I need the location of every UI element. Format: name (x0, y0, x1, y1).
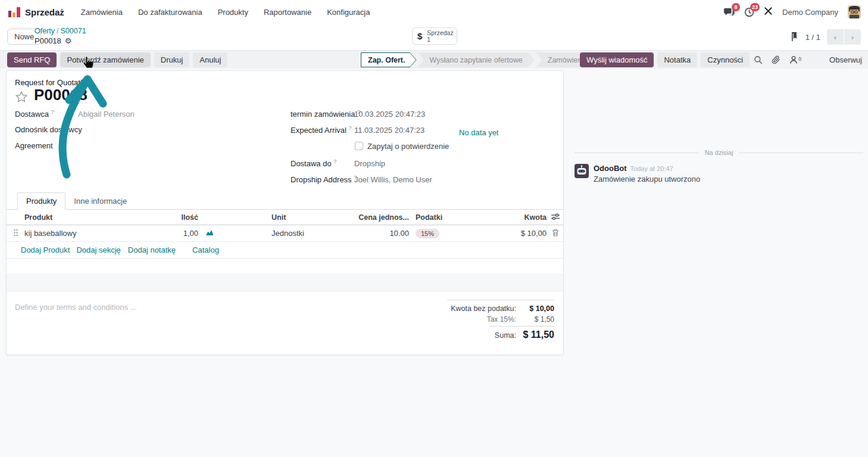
cell-amount: $ 10,00 (483, 229, 547, 238)
cancel-button[interactable]: Anuluj (193, 52, 227, 67)
order-deadline-label: termin zamówienia ? (291, 109, 360, 119)
col-taxes[interactable]: Podatki (416, 213, 483, 222)
pager: 1 / 1 ‹ › (791, 29, 861, 45)
company-name[interactable]: Demo Company (782, 8, 838, 17)
follow-button[interactable]: Obserwuj (829, 51, 862, 69)
dropship-address-label: Dropship Address ? (291, 175, 357, 184)
vendor-label: Dostawca ? (15, 109, 54, 119)
activities-clock-icon[interactable]: 23 (744, 7, 754, 17)
tax-badge[interactable]: 15% (416, 229, 439, 238)
tax-amount-label: Tax 15%: (487, 315, 516, 324)
service-tools-icon[interactable] (764, 7, 773, 17)
favorite-star-icon[interactable] (15, 91, 28, 105)
status-step-rfq[interactable]: Zap. Ofert. (361, 52, 417, 67)
notebook-tabs: Produkty Inne informacje (7, 192, 563, 210)
messages-icon[interactable]: 8 (724, 7, 735, 17)
tab-other-info[interactable]: Inne informacje (65, 193, 135, 209)
followers-icon[interactable]: 0 (789, 55, 801, 64)
control-panel: Nowe Oferty/S00071 P00018 ⚙ $ Sprzedaż 1… (0, 24, 868, 50)
message-author[interactable]: OdooBot (594, 164, 627, 173)
order-lines-header: Produkt Ilość Unit Cena jednos... Podatk… (7, 210, 563, 225)
status-step-rfq-sent[interactable]: Wysłano zapytanie ofertowe (418, 52, 535, 67)
tax-amount-value: $ 1,50 (516, 315, 554, 324)
cell-product[interactable]: kij baseballowy (24, 229, 143, 238)
activities-button[interactable]: Czynności (701, 52, 750, 67)
catalog-link[interactable]: Catalog (192, 245, 219, 254)
breadcrumb-current: P00018 (35, 36, 61, 45)
user-avatar[interactable] (848, 5, 861, 18)
menu-orders[interactable]: Zamówienia (81, 8, 123, 17)
log-note-button[interactable]: Notatka (657, 52, 697, 67)
vendor-value[interactable]: Abigail Peterson (78, 110, 135, 119)
pager-count: 1 / 1 (805, 33, 820, 42)
agreement-value[interactable] (84, 141, 203, 151)
expected-arrival-value[interactable]: 11.03.2025 20:47:23 (354, 126, 424, 135)
breadcrumb-sale-order-link[interactable]: S00071 (61, 27, 86, 35)
pager-previous-button[interactable]: ‹ (827, 29, 844, 45)
app-name[interactable]: Sprzedaż (25, 7, 64, 17)
print-button[interactable]: Drukuj (154, 52, 190, 67)
sales-stat-button[interactable]: $ Sprzedaż 1 (412, 27, 457, 45)
confirm-order-button[interactable]: Potwierdź zamówienie (60, 52, 150, 67)
col-unit-price[interactable]: Cena jednos... (340, 213, 409, 222)
messages-badge: 8 (732, 3, 740, 11)
ask-confirmation-label[interactable]: Zapytaj o potwierdzenie (367, 142, 449, 151)
ask-confirmation-checkbox[interactable] (355, 142, 363, 150)
send-message-button[interactable]: Wyślij wiadomość (580, 52, 654, 67)
odoo-app-logo-icon[interactable] (8, 7, 20, 17)
breadcrumb-quotations-link[interactable]: Oferty (35, 27, 55, 35)
systray: 8 23 Demo Company (724, 5, 861, 18)
send-rfq-button[interactable]: Send RFQ (7, 52, 57, 67)
col-amount[interactable]: Kwota (483, 213, 547, 222)
menu-products[interactable]: Produkty (218, 8, 248, 17)
date-divider: Na dzisiaj (574, 149, 863, 156)
activities-badge: 23 (750, 3, 760, 11)
form-sheet: Request for Quotation P00018 Dostawca ? … (6, 70, 564, 355)
cell-unit[interactable]: Jednostki (271, 229, 340, 238)
optional-columns-icon[interactable] (547, 213, 564, 222)
terms-placeholder[interactable]: Define your terms and conditions ... (15, 303, 137, 312)
order-deadline-value[interactable]: 10.03.2025 20:47:23 (354, 110, 425, 119)
add-product-link[interactable]: Dodaj Produkt (21, 245, 70, 254)
menu-configuration[interactable]: Konfiguracja (327, 8, 370, 17)
drag-handle-icon[interactable] (7, 229, 24, 238)
followers-count: 0 (798, 56, 801, 62)
vendor-reference-value[interactable] (84, 125, 203, 135)
search-icon[interactable] (754, 55, 763, 64)
cell-unit-price[interactable]: 10.00 (340, 229, 409, 238)
pager-next-button[interactable]: › (844, 29, 861, 45)
cell-quantity[interactable]: 1,00 (143, 229, 198, 238)
order-line-row[interactable]: kij baseballowy 1,00 Jednostki 10.00 15%… (7, 225, 563, 242)
totals-block: Kwota bez podatku: $ 10,00 Tax 15%: $ 1,… (447, 300, 554, 343)
col-product[interactable]: Produkt (24, 213, 143, 222)
record-actions: Send RFQ Potwierdź zamówienie Drukuj Anu… (7, 52, 227, 67)
chatter-tools: 0 (754, 51, 801, 69)
menu-reporting[interactable]: Raportowanie (264, 8, 311, 17)
col-quantity[interactable]: Ilość (143, 213, 198, 222)
help-marker: ? (333, 158, 336, 164)
odoobot-avatar[interactable] (574, 164, 589, 184)
forecast-chart-icon[interactable] (198, 229, 221, 238)
add-section-link[interactable]: Dodaj sekcję (76, 245, 120, 254)
add-note-link[interactable]: Dodaj notatkę (128, 245, 176, 254)
gear-icon[interactable]: ⚙ (65, 37, 72, 45)
message-body: Zamówienie zakupu utworzono (594, 175, 700, 184)
paperclip-icon[interactable] (772, 55, 780, 64)
message-timestamp: Today at 20:47 (630, 165, 673, 172)
delete-line-icon[interactable] (547, 229, 564, 238)
total-label: Suma: (495, 331, 516, 340)
stat-button-label: Sprzedaż (427, 30, 453, 36)
menu-to-invoice[interactable]: Do zafakturowania (138, 8, 202, 17)
total-value: $ 11,50 (516, 329, 554, 340)
help-marker: ? (349, 125, 352, 131)
bookmark-icon[interactable] (791, 32, 799, 43)
col-unit[interactable]: Unit (271, 213, 340, 222)
tab-products[interactable]: Produkty (17, 192, 65, 210)
no-data-yet-link[interactable]: No data yet (459, 128, 499, 137)
dropship-address-value[interactable]: Joel Willis, Demo User (354, 175, 432, 184)
stat-button-value: 1 (427, 36, 453, 43)
chatter-message: OdooBot Today at 20:47 Zamówienie zakupu… (574, 164, 863, 184)
document-number: P00018 (34, 86, 88, 104)
agreement-label: Agreement (15, 141, 53, 150)
deliver-to-value[interactable]: Dropship (354, 159, 385, 168)
